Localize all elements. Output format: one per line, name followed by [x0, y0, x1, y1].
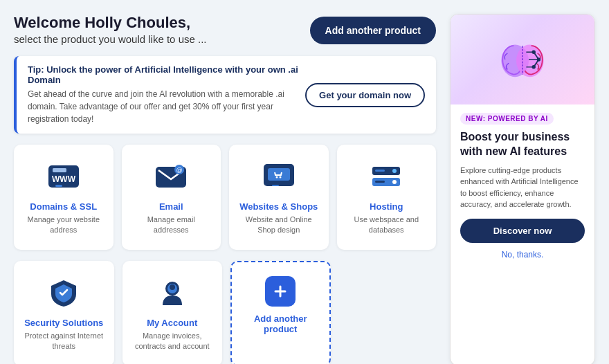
- add-title: Add another product: [242, 313, 320, 334]
- security-desc: Protect against Internet threats: [24, 331, 104, 352]
- product-grid-bottom: Security Solutions Protect against Inter…: [14, 261, 331, 364]
- websites-desc: Website and Online Shop design: [239, 215, 319, 236]
- discover-button[interactable]: Discover now: [460, 219, 585, 243]
- email-title: Email: [159, 201, 183, 212]
- product-card-email[interactable]: @ Email Manage email addresses: [122, 145, 221, 250]
- no-thanks-button[interactable]: No, thanks.: [460, 250, 585, 260]
- hosting-title: Hosting: [370, 201, 403, 212]
- sidebar-desc: Explore cutting-edge products enhanced w…: [460, 165, 585, 210]
- ai-badge: NEW: POWERED BY AI: [460, 113, 554, 125]
- svg-rect-17: [375, 170, 385, 172]
- tip-desc: Get ahead of the curve and join the AI r…: [28, 88, 305, 125]
- cart-icon: [261, 158, 297, 194]
- plus-icon: [265, 276, 296, 307]
- welcome-subtitle: select the product you would like to use…: [14, 33, 207, 45]
- hosting-desc: Use webspace and databases: [347, 215, 427, 236]
- sidebar-body: NEW: POWERED BY AI Boost your business w…: [451, 104, 594, 268]
- welcome-block: Welcome Holly Choules, select the produc…: [14, 14, 207, 45]
- product-card-domains[interactable]: WWW Domains & SSL Manage your website ad…: [14, 145, 113, 250]
- account-desc: Manage invoices, contracts and account: [132, 331, 213, 352]
- get-domain-button[interactable]: Get your domain now: [305, 83, 425, 107]
- product-card-account[interactable]: My Account Manage invoices, contracts an…: [122, 261, 223, 364]
- product-card-add[interactable]: Add another product: [230, 261, 331, 364]
- svg-point-11: [279, 176, 281, 179]
- domains-title: Domains & SSL: [30, 201, 97, 212]
- websites-title: Websites & Shops: [239, 201, 318, 212]
- welcome-heading: Welcome Holly Choules,: [14, 14, 207, 32]
- globe-icon: WWW: [46, 158, 82, 194]
- product-card-hosting[interactable]: Hosting Use webspace and databases: [337, 145, 437, 250]
- sidebar-panel: NEW: POWERED BY AI Boost your business w…: [450, 14, 595, 364]
- svg-point-15: [392, 169, 397, 173]
- svg-text:@: @: [176, 167, 183, 174]
- domains-desc: Manage your website address: [24, 215, 104, 236]
- product-grid-top: WWW Domains & SSL Manage your website ad…: [14, 145, 436, 250]
- svg-point-21: [170, 284, 175, 290]
- svg-rect-18: [375, 181, 385, 183]
- email-icon: @: [153, 158, 189, 194]
- tip-title: Tip: Unlock the power of Artificial Inte…: [28, 64, 305, 85]
- product-card-security[interactable]: Security Solutions Protect against Inter…: [14, 261, 114, 364]
- tip-banner: Tip: Unlock the power of Artificial Inte…: [14, 56, 436, 134]
- svg-point-10: [275, 176, 278, 179]
- brain-image: [451, 15, 594, 104]
- person-icon: [154, 275, 190, 311]
- hosting-icon: [368, 158, 404, 194]
- add-product-button-top[interactable]: Add another product: [310, 17, 436, 44]
- security-title: Security Solutions: [24, 318, 103, 328]
- account-title: My Account: [147, 318, 197, 328]
- email-desc: Manage email addresses: [131, 215, 212, 236]
- tip-text: Tip: Unlock the power of Artificial Inte…: [28, 64, 305, 125]
- svg-text:WWW: WWW: [52, 174, 76, 184]
- shield-icon: [46, 275, 82, 311]
- product-card-websites[interactable]: Websites & Shops Website and Online Shop…: [229, 145, 329, 250]
- svg-rect-12: [272, 185, 279, 186]
- svg-rect-4: [55, 185, 62, 187]
- sidebar-title: Boost your business with new AI features: [460, 130, 585, 159]
- svg-rect-2: [53, 168, 66, 172]
- svg-point-16: [392, 180, 397, 184]
